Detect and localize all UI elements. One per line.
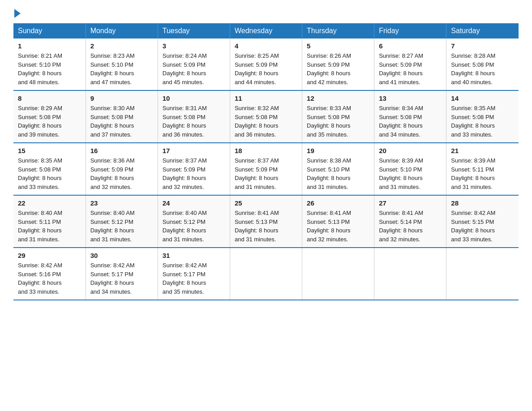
header-sunday: Sunday — [13, 23, 86, 39]
day-info: Sunrise: 8:34 AMSunset: 5:08 PMDaylight:… — [379, 104, 442, 139]
day-number: 7 — [451, 42, 514, 50]
header-tuesday: Tuesday — [158, 23, 230, 39]
calendar-cell: 20 Sunrise: 8:39 AMSunset: 5:10 PMDaylig… — [374, 143, 446, 195]
day-number: 12 — [307, 94, 369, 102]
day-number: 25 — [235, 199, 297, 207]
calendar-table: SundayMondayTuesdayWednesdayThursdayFrid… — [13, 23, 519, 300]
day-number: 24 — [163, 199, 225, 207]
calendar-cell: 9 Sunrise: 8:30 AMSunset: 5:08 PMDayligh… — [86, 90, 158, 143]
day-info: Sunrise: 8:23 AMSunset: 5:10 PMDaylight:… — [90, 51, 153, 86]
calendar-cell: 29 Sunrise: 8:42 AMSunset: 5:16 PMDaylig… — [13, 248, 86, 300]
day-info: Sunrise: 8:41 AMSunset: 5:14 PMDaylight:… — [379, 209, 442, 244]
calendar-cell: 28 Sunrise: 8:42 AMSunset: 5:15 PMDaylig… — [446, 195, 519, 248]
logo — [13, 9, 21, 16]
calendar-cell: 23 Sunrise: 8:40 AMSunset: 5:12 PMDaylig… — [86, 195, 158, 248]
day-info: Sunrise: 8:30 AMSunset: 5:08 PMDaylight:… — [90, 104, 153, 139]
calendar-week-1: 1 Sunrise: 8:21 AMSunset: 5:10 PMDayligh… — [13, 39, 519, 90]
calendar-week-3: 15 Sunrise: 8:35 AMSunset: 5:08 PMDaylig… — [13, 143, 519, 195]
day-number: 5 — [307, 42, 369, 50]
page-header — [13, 9, 519, 16]
header-thursday: Thursday — [302, 23, 374, 39]
day-number: 4 — [235, 42, 297, 50]
day-number: 31 — [163, 252, 225, 259]
day-info: Sunrise: 8:31 AMSunset: 5:08 PMDaylight:… — [163, 104, 225, 139]
day-number: 6 — [379, 42, 442, 50]
day-number: 8 — [18, 94, 81, 102]
calendar-cell: 11 Sunrise: 8:32 AMSunset: 5:08 PMDaylig… — [230, 90, 302, 143]
calendar-cell: 2 Sunrise: 8:23 AMSunset: 5:10 PMDayligh… — [86, 39, 158, 90]
day-number: 27 — [379, 199, 442, 207]
calendar-cell: 27 Sunrise: 8:41 AMSunset: 5:14 PMDaylig… — [374, 195, 446, 248]
day-info: Sunrise: 8:40 AMSunset: 5:12 PMDaylight:… — [90, 209, 153, 244]
day-info: Sunrise: 8:41 AMSunset: 5:13 PMDaylight:… — [307, 209, 369, 244]
calendar-cell: 24 Sunrise: 8:40 AMSunset: 5:12 PMDaylig… — [158, 195, 230, 248]
calendar-cell: 3 Sunrise: 8:24 AMSunset: 5:09 PMDayligh… — [158, 39, 230, 90]
calendar-cell: 15 Sunrise: 8:35 AMSunset: 5:08 PMDaylig… — [13, 143, 86, 195]
day-info: Sunrise: 8:27 AMSunset: 5:09 PMDaylight:… — [379, 51, 442, 86]
calendar-cell: 1 Sunrise: 8:21 AMSunset: 5:10 PMDayligh… — [13, 39, 86, 90]
calendar-cell: 7 Sunrise: 8:28 AMSunset: 5:08 PMDayligh… — [446, 39, 519, 90]
day-info: Sunrise: 8:37 AMSunset: 5:09 PMDaylight:… — [235, 156, 297, 191]
calendar-week-2: 8 Sunrise: 8:29 AMSunset: 5:08 PMDayligh… — [13, 90, 519, 143]
day-number: 1 — [18, 42, 81, 50]
day-info: Sunrise: 8:38 AMSunset: 5:10 PMDaylight:… — [307, 156, 369, 191]
day-number: 21 — [451, 147, 514, 154]
calendar-cell — [302, 248, 374, 300]
calendar-cell: 18 Sunrise: 8:37 AMSunset: 5:09 PMDaylig… — [230, 143, 302, 195]
calendar-cell — [374, 248, 446, 300]
day-number: 20 — [379, 147, 442, 154]
day-info: Sunrise: 8:24 AMSunset: 5:09 PMDaylight:… — [163, 51, 225, 86]
day-info: Sunrise: 8:32 AMSunset: 5:08 PMDaylight:… — [235, 104, 297, 139]
day-info: Sunrise: 8:42 AMSunset: 5:17 PMDaylight:… — [163, 261, 225, 296]
day-number: 13 — [379, 94, 442, 102]
day-info: Sunrise: 8:41 AMSunset: 5:13 PMDaylight:… — [235, 209, 297, 244]
calendar-cell: 4 Sunrise: 8:25 AMSunset: 5:09 PMDayligh… — [230, 39, 302, 90]
day-info: Sunrise: 8:42 AMSunset: 5:16 PMDaylight:… — [18, 261, 81, 296]
day-number: 26 — [307, 199, 369, 207]
calendar-cell — [230, 248, 302, 300]
day-number: 18 — [235, 147, 297, 154]
header-saturday: Saturday — [446, 23, 519, 39]
calendar-cell: 19 Sunrise: 8:38 AMSunset: 5:10 PMDaylig… — [302, 143, 374, 195]
day-info: Sunrise: 8:39 AMSunset: 5:11 PMDaylight:… — [451, 156, 514, 191]
calendar-cell: 12 Sunrise: 8:33 AMSunset: 5:08 PMDaylig… — [302, 90, 374, 143]
day-number: 29 — [18, 252, 81, 259]
day-number: 11 — [235, 94, 297, 102]
day-number: 22 — [18, 199, 81, 207]
calendar-week-4: 22 Sunrise: 8:40 AMSunset: 5:11 PMDaylig… — [13, 195, 519, 248]
day-info: Sunrise: 8:40 AMSunset: 5:12 PMDaylight:… — [163, 209, 225, 244]
day-info: Sunrise: 8:42 AMSunset: 5:15 PMDaylight:… — [451, 209, 514, 244]
day-number: 3 — [163, 42, 225, 50]
calendar-cell: 16 Sunrise: 8:36 AMSunset: 5:09 PMDaylig… — [86, 143, 158, 195]
day-info: Sunrise: 8:29 AMSunset: 5:08 PMDaylight:… — [18, 104, 81, 139]
day-info: Sunrise: 8:28 AMSunset: 5:08 PMDaylight:… — [451, 51, 514, 86]
day-info: Sunrise: 8:35 AMSunset: 5:08 PMDaylight:… — [18, 156, 81, 191]
day-number: 28 — [451, 199, 514, 207]
day-number: 19 — [307, 147, 369, 154]
day-number: 15 — [18, 147, 81, 154]
calendar-cell: 26 Sunrise: 8:41 AMSunset: 5:13 PMDaylig… — [302, 195, 374, 248]
calendar-cell: 13 Sunrise: 8:34 AMSunset: 5:08 PMDaylig… — [374, 90, 446, 143]
calendar-cell: 14 Sunrise: 8:35 AMSunset: 5:08 PMDaylig… — [446, 90, 519, 143]
day-info: Sunrise: 8:42 AMSunset: 5:17 PMDaylight:… — [90, 261, 153, 296]
calendar-cell: 22 Sunrise: 8:40 AMSunset: 5:11 PMDaylig… — [13, 195, 86, 248]
day-info: Sunrise: 8:40 AMSunset: 5:11 PMDaylight:… — [18, 209, 81, 244]
day-number: 2 — [90, 42, 153, 50]
header-friday: Friday — [374, 23, 446, 39]
day-info: Sunrise: 8:37 AMSunset: 5:09 PMDaylight:… — [163, 156, 225, 191]
day-info: Sunrise: 8:26 AMSunset: 5:09 PMDaylight:… — [307, 51, 369, 86]
day-number: 9 — [90, 94, 153, 102]
calendar-cell: 10 Sunrise: 8:31 AMSunset: 5:08 PMDaylig… — [158, 90, 230, 143]
calendar-cell — [446, 248, 519, 300]
calendar-cell: 30 Sunrise: 8:42 AMSunset: 5:17 PMDaylig… — [86, 248, 158, 300]
calendar-cell: 21 Sunrise: 8:39 AMSunset: 5:11 PMDaylig… — [446, 143, 519, 195]
calendar-week-5: 29 Sunrise: 8:42 AMSunset: 5:16 PMDaylig… — [13, 248, 519, 300]
day-info: Sunrise: 8:21 AMSunset: 5:10 PMDaylight:… — [18, 51, 81, 86]
calendar-cell: 25 Sunrise: 8:41 AMSunset: 5:13 PMDaylig… — [230, 195, 302, 248]
calendar-cell: 6 Sunrise: 8:27 AMSunset: 5:09 PMDayligh… — [374, 39, 446, 90]
day-number: 16 — [90, 147, 153, 154]
calendar-cell: 5 Sunrise: 8:26 AMSunset: 5:09 PMDayligh… — [302, 39, 374, 90]
day-info: Sunrise: 8:36 AMSunset: 5:09 PMDaylight:… — [90, 156, 153, 191]
day-number: 30 — [90, 252, 153, 259]
header-wednesday: Wednesday — [230, 23, 302, 39]
